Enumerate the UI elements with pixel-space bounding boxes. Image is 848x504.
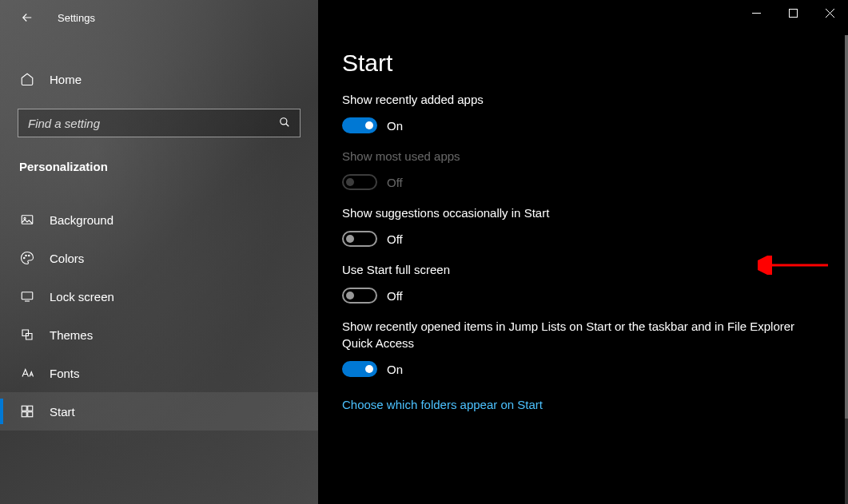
sidebar-item-label: Themes (50, 328, 93, 342)
start-icon (19, 404, 35, 419)
main-content: Start Show recently added apps On Show m… (318, 0, 848, 504)
setting-label: Show recently added apps (342, 91, 814, 108)
home-nav[interactable]: Home (0, 61, 318, 97)
setting-label: Show most used apps (342, 148, 814, 165)
setting-full-screen: Use Start full screen Off (342, 261, 814, 304)
nav-list: Background Colors Lock screen Themes (0, 200, 318, 431)
category-title: Personalization (0, 137, 318, 188)
toggle-state: On (387, 119, 403, 133)
setting-most-used: Show most used apps Off (342, 148, 814, 190)
toggle-jump-lists[interactable] (342, 361, 377, 377)
sidebar-item-colors[interactable]: Colors (0, 239, 318, 277)
folders-link[interactable]: Choose which folders appear on Start (342, 398, 543, 411)
sidebar-item-lock-screen[interactable]: Lock screen (0, 277, 318, 315)
toggle-state: On (387, 363, 403, 376)
toggle-most-used (342, 174, 377, 190)
sidebar-item-label: Start (50, 405, 75, 419)
sidebar-item-label: Lock screen (50, 290, 114, 304)
scrollbar-thumb[interactable] (845, 35, 848, 419)
close-button[interactable] (811, 0, 848, 26)
search-input[interactable] (28, 117, 279, 130)
minimize-button[interactable] (738, 0, 774, 26)
setting-label: Show suggestions occasionally in Start (342, 204, 814, 221)
image-icon (19, 212, 35, 227)
toggle-knob (365, 121, 373, 129)
setting-label: Show recently opened items in Jump Lists… (342, 318, 814, 351)
fonts-icon (19, 366, 35, 380)
header-bar: Settings (0, 0, 318, 35)
setting-recently-added: Show recently added apps On (342, 91, 814, 133)
link-row: Choose which folders appear on Start (342, 398, 848, 412)
toggle-full-screen[interactable] (342, 288, 377, 304)
svg-rect-7 (22, 406, 26, 411)
toggle-state: Off (387, 289, 403, 303)
close-icon (826, 9, 834, 18)
svg-rect-11 (789, 9, 797, 17)
minimize-icon (752, 9, 761, 18)
toggle-state: Off (387, 232, 403, 246)
setting-jump-lists: Show recently opened items in Jump Lists… (342, 318, 814, 377)
svg-point-5 (29, 255, 30, 256)
setting-suggestions: Show suggestions occasionally in Start O… (342, 204, 814, 247)
sidebar-item-label: Fonts (50, 367, 80, 380)
toggle-knob (365, 365, 373, 373)
svg-point-4 (26, 255, 27, 256)
svg-point-0 (281, 117, 287, 124)
search-icon (279, 117, 290, 130)
sidebar-item-themes[interactable]: Themes (0, 315, 318, 354)
svg-rect-8 (28, 406, 33, 411)
maximize-button[interactable] (774, 0, 811, 26)
palette-icon (19, 251, 35, 265)
sidebar-item-label: Background (50, 213, 113, 227)
toggle-state: Off (387, 176, 403, 189)
toggle-knob (346, 235, 354, 243)
toggle-recently-added[interactable] (342, 117, 377, 133)
sidebar-item-label: Colors (50, 252, 84, 265)
sidebar: Settings Home Personalization Background (0, 0, 318, 504)
sidebar-item-start[interactable]: Start (0, 392, 318, 431)
page-title: Start (342, 50, 848, 77)
toggle-knob (346, 292, 354, 300)
back-button[interactable] (11, 2, 43, 34)
svg-rect-9 (22, 412, 26, 417)
svg-rect-6 (22, 292, 33, 300)
home-label: Home (50, 73, 82, 86)
svg-point-3 (24, 257, 26, 259)
sidebar-item-background[interactable]: Background (0, 200, 318, 239)
maximize-icon (789, 9, 798, 18)
app-title: Settings (58, 12, 95, 24)
setting-label: Use Start full screen (342, 261, 814, 278)
search-box[interactable] (18, 109, 301, 137)
lock-screen-icon (19, 289, 35, 304)
themes-icon (19, 327, 35, 342)
toggle-suggestions[interactable] (342, 231, 377, 247)
home-icon (19, 72, 35, 86)
toggle-knob (346, 178, 354, 186)
titlebar (738, 0, 848, 26)
sidebar-item-fonts[interactable]: Fonts (0, 354, 318, 392)
svg-rect-10 (28, 412, 33, 417)
back-icon (20, 10, 34, 25)
